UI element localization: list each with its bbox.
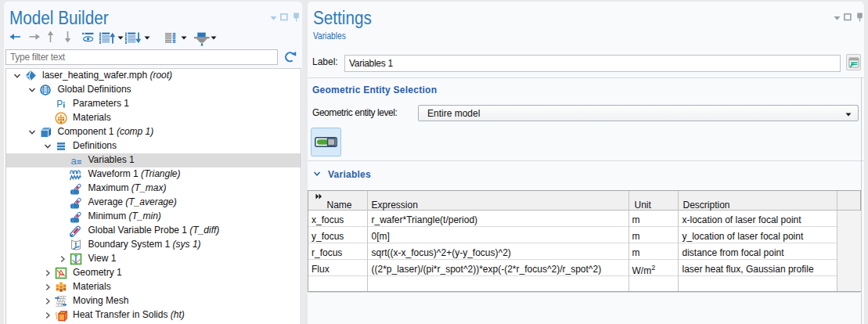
svg-text:a: a	[71, 155, 77, 167]
svg-text:P: P	[56, 99, 63, 110]
